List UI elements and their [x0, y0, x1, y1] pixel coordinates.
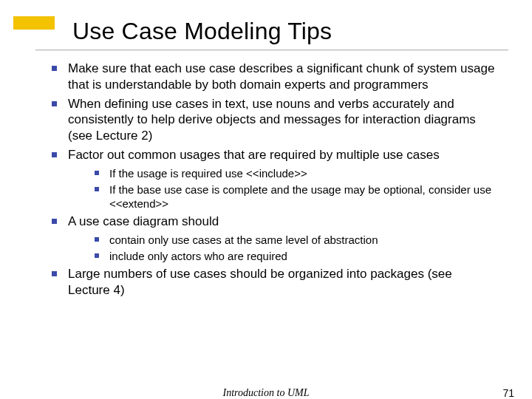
sub-bullet-item: If the usage is required use <<include>>	[95, 166, 497, 180]
sub-bullet-item: include only actors who are required	[95, 249, 497, 263]
page-number: 71	[502, 387, 514, 399]
sub-bullet-text: If the usage is required use <<include>>	[109, 167, 307, 180]
bullet-item: Factor out common usages that are requir…	[52, 147, 497, 211]
slide-title: Use Case Modeling Tips	[72, 18, 497, 45]
sub-bullet-item: contain only use cases at the same level…	[95, 233, 497, 247]
bullet-list: Make sure that each use case describes a…	[35, 61, 497, 299]
bullet-item: When defining use cases in text, use nou…	[52, 96, 497, 144]
accent-bar	[13, 16, 55, 30]
sub-bullet-list: contain only use cases at the same level…	[68, 233, 497, 263]
bullet-item: Large numbers of use cases should be org…	[52, 266, 497, 299]
bullet-item: Make sure that each use case describes a…	[52, 61, 497, 93]
slide-content: Make sure that each use case describes a…	[35, 61, 497, 299]
bullet-text: Factor out common usages that are requir…	[68, 148, 440, 162]
title-underline	[35, 50, 508, 50]
bullet-text: When defining use cases in text, use nou…	[68, 97, 476, 143]
slide: Use Case Modeling Tips Make sure that ea…	[0, 0, 532, 399]
bullet-text: A use case diagram should	[68, 214, 219, 228]
sub-bullet-text: contain only use cases at the same level…	[109, 233, 378, 246]
bullet-item: A use case diagram should contain only u…	[52, 214, 497, 263]
sub-bullet-text: If the base use case is complete and the…	[109, 183, 491, 210]
sub-bullet-list: If the usage is required use <<include>>…	[68, 166, 497, 211]
sub-bullet-text: include only actors who are required	[109, 250, 287, 262]
footer-title: Introduction to UML	[223, 387, 310, 399]
bullet-text: Large numbers of use cases should be org…	[68, 267, 452, 297]
bullet-text: Make sure that each use case describes a…	[68, 61, 494, 92]
sub-bullet-item: If the base use case is complete and the…	[95, 183, 497, 211]
